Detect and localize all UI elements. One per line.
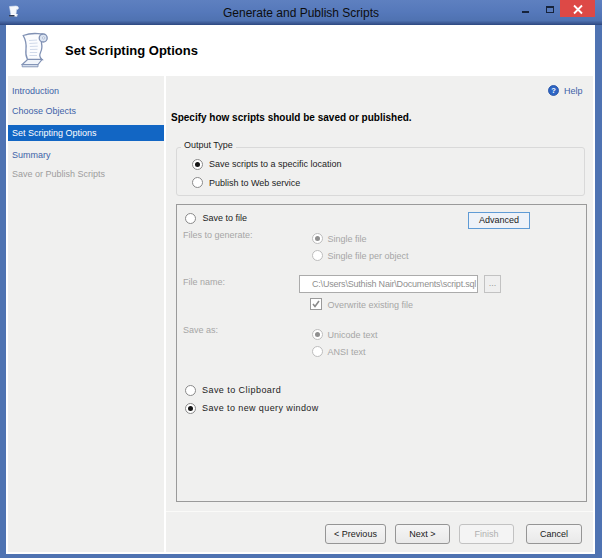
svg-text:?: ? [551, 86, 556, 95]
